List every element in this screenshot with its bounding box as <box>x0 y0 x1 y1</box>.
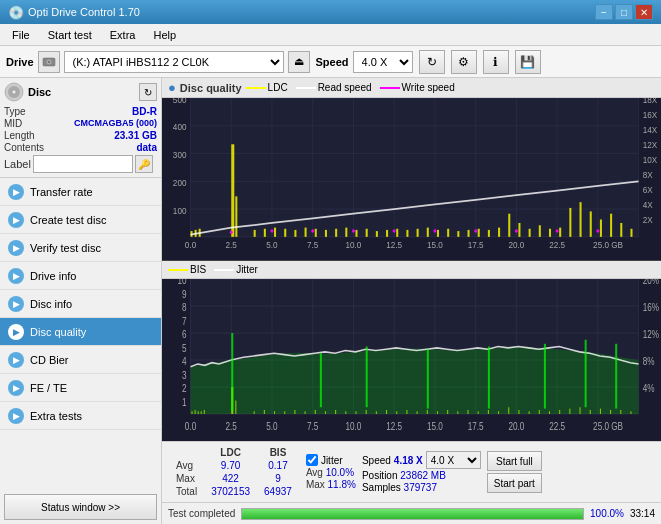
refresh-button[interactable]: ↻ <box>419 50 445 74</box>
drive-icon <box>38 51 60 73</box>
bis-jitter-header: BIS Jitter <box>162 261 661 279</box>
nav-drive-info[interactable]: ▶ Drive info <box>0 262 161 290</box>
eject-button[interactable]: ⏏ <box>288 51 310 73</box>
jitter-checkbox[interactable] <box>306 454 318 466</box>
nav-fe-te[interactable]: ▶ FE / TE <box>0 374 161 402</box>
svg-rect-61 <box>315 229 317 237</box>
chart-bottom-svg: 10 9 8 7 6 5 4 3 2 1 20% 16% 12% 8% 4% <box>162 279 661 441</box>
svg-rect-193 <box>231 333 233 411</box>
svg-rect-72 <box>427 228 429 237</box>
jitter-section: Jitter Avg 10.0% Max 11.8% <box>306 454 356 490</box>
svg-text:12.5: 12.5 <box>386 240 402 251</box>
svg-text:7.5: 7.5 <box>307 240 318 251</box>
nav-extra-tests-label: Extra tests <box>30 410 82 422</box>
stats-col-bis: BIS <box>258 447 298 458</box>
disc-label-input[interactable] <box>33 155 133 173</box>
title-bar-controls: − □ ✕ <box>595 4 653 20</box>
speed-select2[interactable]: 4.0 X <box>426 451 481 469</box>
jitter-avg-value: 10.0% <box>326 467 354 478</box>
nav-disc-quality[interactable]: ▶ Disc quality <box>0 318 161 346</box>
svg-point-96 <box>352 229 355 232</box>
settings-button[interactable]: ⚙ <box>451 50 477 74</box>
svg-point-2 <box>48 61 50 63</box>
jitter-header: Jitter <box>306 454 356 466</box>
svg-rect-194 <box>320 353 322 407</box>
disc-length-row: Length 23.31 GB <box>4 130 157 141</box>
stats-max-ldc: 422 <box>205 473 256 484</box>
samples-row: Samples 379737 <box>362 482 481 493</box>
svg-rect-66 <box>366 229 368 237</box>
nav-cd-bier[interactable]: ▶ CD Bier <box>0 346 161 374</box>
disc-section-title: Disc <box>28 86 51 98</box>
svg-rect-63 <box>335 229 337 237</box>
menu-file[interactable]: File <box>4 27 38 43</box>
minimize-button[interactable]: − <box>595 4 613 20</box>
svg-text:17.5: 17.5 <box>468 420 484 432</box>
legend-top: LDC Read speed Write speed <box>246 82 455 93</box>
nav-transfer-rate[interactable]: ▶ Transfer rate <box>0 178 161 206</box>
svg-point-97 <box>393 229 396 232</box>
nav-verify-test-disc[interactable]: ▶ Verify test disc <box>0 234 161 262</box>
nav-extra-tests[interactable]: ▶ Extra tests <box>0 402 161 430</box>
svg-rect-81 <box>518 223 520 237</box>
svg-text:16%: 16% <box>643 301 660 313</box>
menu-extra[interactable]: Extra <box>102 27 144 43</box>
progress-bar-fill <box>242 509 583 519</box>
start-full-button[interactable]: Start full <box>487 451 542 471</box>
stats-avg-ldc: 9.70 <box>205 460 256 471</box>
jitter-max-value: 11.8% <box>328 479 356 490</box>
jitter-max: Max 11.8% <box>306 479 356 490</box>
speed-row: Speed 4.18 X 4.0 X <box>362 451 481 469</box>
svg-text:9: 9 <box>182 288 187 300</box>
speed-label: Speed <box>316 56 349 68</box>
svg-rect-56 <box>264 229 266 237</box>
nav-create-test-disc-label: Create test disc <box>30 214 106 226</box>
title-bar-title: 💿 Opti Drive Control 1.70 <box>8 5 140 20</box>
info-button[interactable]: ℹ <box>483 50 509 74</box>
svg-text:8X: 8X <box>643 169 653 180</box>
jitter-avg: Avg 10.0% <box>306 467 356 478</box>
close-button[interactable]: ✕ <box>635 4 653 20</box>
chart-bottom: 10 9 8 7 6 5 4 3 2 1 20% 16% 12% 8% 4% <box>162 279 661 441</box>
status-window-button[interactable]: Status window >> <box>4 494 157 520</box>
svg-rect-69 <box>396 229 398 237</box>
nav-create-test-disc[interactable]: ▶ Create test disc <box>0 206 161 234</box>
legend-ldc: LDC <box>246 82 288 93</box>
speed-select[interactable]: 4.0 X <box>353 51 413 73</box>
nav-disc-info[interactable]: ▶ Disc info <box>0 290 161 318</box>
svg-rect-91 <box>620 223 622 237</box>
svg-text:8%: 8% <box>643 355 655 367</box>
svg-text:12.5: 12.5 <box>386 420 402 432</box>
start-part-button[interactable]: Start part <box>487 473 542 493</box>
progress-area: Test completed 100.0% 33:14 <box>162 502 661 524</box>
svg-text:10X: 10X <box>643 154 658 165</box>
svg-text:2X: 2X <box>643 214 653 225</box>
svg-point-102 <box>596 229 599 232</box>
stats-col-ldc: LDC <box>205 447 256 458</box>
svg-text:4X: 4X <box>643 199 653 210</box>
svg-rect-57 <box>274 228 276 237</box>
svg-text:10: 10 <box>177 279 186 287</box>
disc-contents-label: Contents <box>4 142 44 153</box>
nav-drive-info-label: Drive info <box>30 270 76 282</box>
disc-icon <box>4 82 24 102</box>
svg-text:20.0: 20.0 <box>508 420 524 432</box>
disc-label-button[interactable]: 🔑 <box>135 155 153 173</box>
samples-value: 379737 <box>404 482 437 493</box>
save-button[interactable]: 💾 <box>515 50 541 74</box>
disc-label-row: Label 🔑 <box>4 155 157 173</box>
menu-bar: File Start test Extra Help <box>0 24 661 46</box>
disc-quality-header: ● Disc quality LDC Read speed Write spee… <box>162 78 661 98</box>
stats-col-empty <box>170 447 203 458</box>
jitter-label: Jitter <box>321 455 343 466</box>
disc-refresh-button[interactable]: ↻ <box>139 83 157 101</box>
stats-row-avg: Avg 9.70 0.17 <box>170 460 298 471</box>
svg-rect-58 <box>284 229 286 237</box>
nav-disc-info-label: Disc info <box>30 298 72 310</box>
drive-select[interactable]: (K:) ATAPI iHBS112 2 CL0K <box>64 51 284 73</box>
menu-help[interactable]: Help <box>145 27 184 43</box>
maximize-button[interactable]: □ <box>615 4 633 20</box>
menu-start-test[interactable]: Start test <box>40 27 100 43</box>
svg-text:10.0: 10.0 <box>346 240 362 251</box>
stats-max-bis: 9 <box>258 473 298 484</box>
